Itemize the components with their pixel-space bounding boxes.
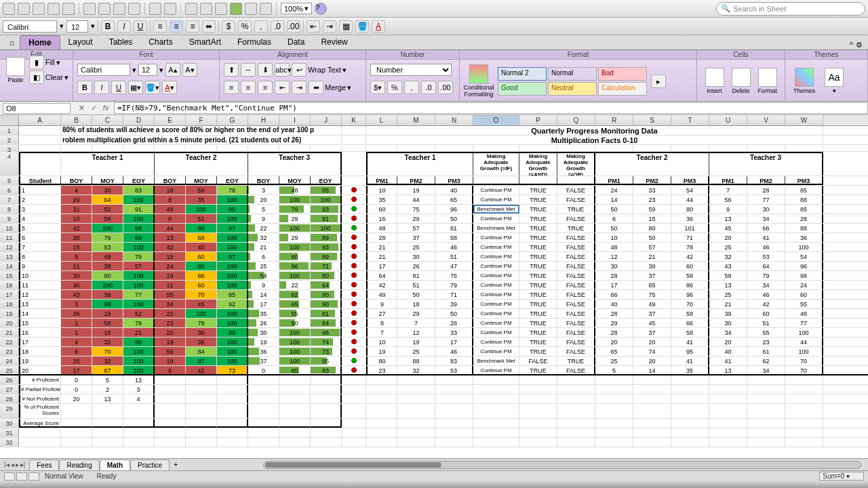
style-good[interactable]: Good	[498, 82, 547, 96]
border-icon[interactable]: ▦▾	[128, 81, 143, 94]
cell[interactable]: 65	[633, 281, 671, 289]
cell[interactable]: TRUE	[519, 205, 557, 214]
cell[interactable]	[473, 438, 519, 447]
cell[interactable]	[155, 394, 186, 403]
cell[interactable]: TRUE	[519, 290, 557, 299]
cell[interactable]	[785, 385, 823, 394]
cell[interactable]	[366, 375, 397, 384]
ribbon-font-name[interactable]	[77, 64, 130, 76]
cell[interactable]: 15	[155, 252, 186, 261]
cell[interactable]	[671, 419, 709, 428]
accept-icon[interactable]: ✓	[88, 104, 99, 113]
cell[interactable]: 65	[435, 195, 473, 204]
cell[interactable]	[473, 404, 519, 418]
cell[interactable]	[397, 375, 435, 384]
cell[interactable]: 35	[671, 366, 709, 374]
cell[interactable]: 19	[248, 338, 279, 346]
cell[interactable]: 17	[61, 366, 92, 374]
cell[interactable]	[785, 394, 823, 403]
cell[interactable]: 77	[747, 195, 785, 204]
cell[interactable]: FALSE	[557, 319, 595, 327]
cell[interactable]: 45	[186, 300, 217, 308]
cell[interactable]	[557, 438, 595, 447]
cell[interactable]: 100	[279, 347, 311, 356]
cell[interactable]: 15	[19, 319, 61, 327]
cell[interactable]: 91	[123, 205, 155, 214]
open-icon[interactable]	[33, 3, 45, 15]
cell[interactable]	[61, 404, 92, 418]
cell[interactable]	[92, 428, 123, 437]
cell[interactable]	[342, 404, 366, 418]
cell[interactable]: 100	[217, 338, 248, 346]
cell[interactable]: 15	[633, 214, 671, 223]
cell[interactable]: 52	[92, 205, 123, 214]
cell[interactable]	[366, 404, 397, 418]
cell[interactable]: 64	[92, 195, 123, 204]
cell[interactable]: 39	[709, 309, 747, 318]
cell[interactable]: Continue PM	[473, 290, 519, 299]
cell[interactable]: 50	[633, 233, 671, 242]
spreadsheet-grid[interactable]: 180% of students will achieve a score of…	[0, 126, 868, 466]
align-center-icon[interactable]: ≡	[241, 81, 256, 94]
cell[interactable]: 74	[633, 347, 671, 356]
cell[interactable]	[633, 394, 671, 403]
cell[interactable]: 47	[435, 262, 473, 270]
cell[interactable]: 4	[61, 338, 92, 346]
cell[interactable]	[709, 375, 747, 384]
cell[interactable]	[279, 438, 311, 447]
comma-icon[interactable]: ,	[404, 81, 419, 94]
row-header[interactable]: 17	[0, 290, 19, 299]
cell[interactable]	[92, 145, 123, 151]
cell[interactable]: 88	[397, 357, 435, 365]
cell[interactable]	[747, 375, 785, 384]
cell[interactable]: TRUE	[557, 205, 595, 214]
add-sheet-button[interactable]: +	[170, 460, 182, 470]
cell[interactable]	[397, 438, 435, 447]
cell[interactable]	[186, 375, 217, 384]
column-header[interactable]: S	[633, 115, 671, 125]
column-header[interactable]: B	[61, 115, 92, 125]
cell[interactable]: 33	[435, 328, 473, 337]
cell[interactable]	[123, 404, 155, 418]
fill-color-icon[interactable]: 🪣	[355, 20, 369, 33]
cell[interactable]: 21	[248, 243, 279, 251]
cell[interactable]: 58	[435, 233, 473, 242]
cell[interactable]: 70	[92, 347, 123, 356]
cell[interactable]: 37	[248, 357, 279, 365]
cell[interactable]	[366, 438, 397, 447]
cell[interactable]: Continue PM	[473, 347, 519, 356]
cell[interactable]: 13	[123, 375, 155, 384]
cell[interactable]: 22	[279, 281, 311, 289]
percent-icon[interactable]: %	[387, 81, 402, 94]
cell[interactable]: TRUE	[557, 224, 595, 232]
comma-icon[interactable]: ,	[254, 20, 268, 33]
cell[interactable]	[311, 428, 342, 437]
percent-icon[interactable]: %	[238, 20, 252, 33]
cell[interactable]: FALSE	[519, 357, 557, 365]
cell[interactable]: 24	[785, 281, 823, 289]
cell[interactable]	[61, 438, 92, 447]
cell[interactable]: 78	[671, 243, 709, 251]
cell[interactable]: 81	[311, 309, 342, 318]
cell[interactable]: 28	[435, 319, 473, 327]
cell[interactable]: 85	[785, 205, 823, 214]
cell[interactable]: 21	[709, 300, 747, 308]
cell[interactable]: 85	[311, 186, 342, 195]
cell[interactable]	[519, 404, 557, 418]
tab-smartart[interactable]: SmartArt	[181, 35, 229, 49]
cell[interactable]: 100	[92, 224, 123, 232]
cell[interactable]: 16	[19, 328, 61, 337]
cell[interactable]: 93	[311, 243, 342, 251]
font-size-selector[interactable]: 12	[66, 20, 88, 33]
cell[interactable]	[61, 145, 92, 151]
cell[interactable]	[397, 145, 435, 151]
cell[interactable]	[633, 145, 671, 151]
cell[interactable]: 28	[61, 233, 92, 242]
currency-icon[interactable]: $	[222, 20, 235, 33]
cell[interactable]: 57	[633, 243, 671, 251]
row-header[interactable]: 27	[0, 385, 19, 394]
cell[interactable]: 20	[709, 338, 747, 346]
paste-button[interactable]: Paste	[4, 57, 27, 83]
cell[interactable]	[671, 385, 709, 394]
cell[interactable]: 30	[61, 271, 92, 280]
